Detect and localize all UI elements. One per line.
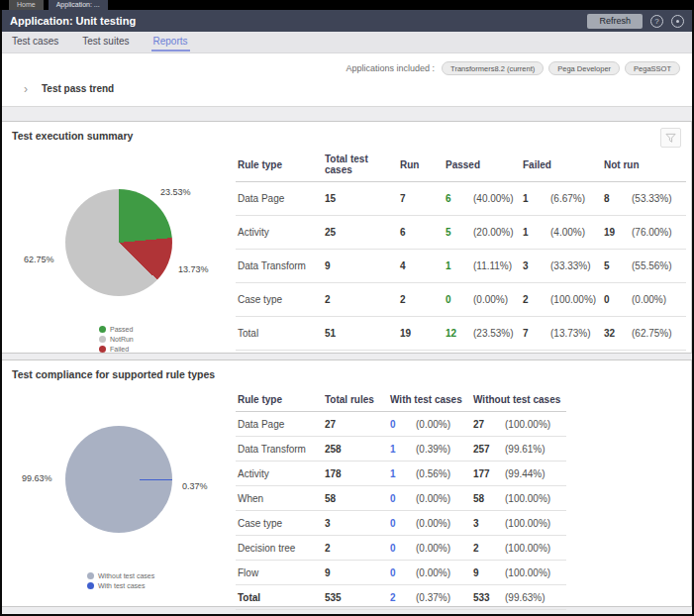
legend-item-failed: Failed (99, 346, 134, 353)
cell-passed: 6 (444, 182, 471, 216)
cell-total-rules: 2 (323, 536, 388, 561)
cell-run: 19 (398, 317, 444, 351)
cell-rule-type: Data Page (236, 182, 323, 216)
cell-without: 177 (471, 462, 503, 486)
cell-not-run-pct: (55.56%) (630, 250, 686, 283)
table-row: Data Page 27 0 (0.00%) 27 (100.00%) (236, 412, 566, 437)
with-test-cases-link[interactable]: 0 (390, 543, 396, 554)
cell-without: 58 (471, 486, 503, 511)
application-badge: Transformers8.2 (current) (442, 61, 544, 75)
help-icon[interactable]: ? (650, 15, 663, 28)
legend-item-with-test-cases: With test cases (87, 582, 154, 589)
cell-passed: 0 (444, 283, 471, 317)
col-run: Run (398, 150, 444, 182)
with-test-cases-link[interactable]: 0 (390, 493, 396, 504)
cell-with-pct: (0.00%) (414, 511, 471, 536)
table-row: Case type 2 2 0 (0.00%) 2 (100.00%) 0 (0… (236, 283, 686, 317)
table-row: Case type 3 0 (0.00%) 3 (100.00%) (236, 511, 566, 536)
compliance-pie-chart[interactable] (65, 426, 172, 533)
cell-not-run: 8 (602, 182, 630, 216)
cell-rule-type: Activity (236, 216, 323, 250)
cell-total: 51 (323, 317, 398, 351)
test-compliance-section: Test compliance for supported rule types… (2, 359, 692, 607)
tab-test-suites[interactable]: Test suites (80, 33, 131, 51)
table-row: Decision tree 2 0 (0.00%) 2 (100.00%) (236, 536, 566, 561)
cell-failed: 3 (521, 250, 548, 283)
col-without-test-cases: Without test cases (471, 390, 566, 412)
section-gap (2, 107, 692, 121)
col-not-run: Not run (602, 150, 686, 182)
cell-rule-type: Flow (236, 561, 323, 585)
cell-not-run-pct: (76.00%) (630, 216, 686, 250)
cell-run: 7 (398, 182, 444, 216)
cell-rule-type: Total (236, 585, 323, 610)
cell-total-rules: 535 (323, 585, 388, 610)
cell-total: 15 (323, 182, 398, 216)
cell-total: 9 (323, 250, 398, 283)
with-test-cases-link[interactable]: 0 (390, 567, 396, 578)
report-content: Applications included : Transformers8.2 … (2, 53, 692, 614)
legend-swatch-notrun (99, 336, 106, 343)
section-title: Test compliance for supported rule types (2, 360, 691, 382)
table-header-row: Rule type Total test cases Run Passed Fa… (236, 150, 686, 182)
cell-total-rules: 258 (323, 437, 388, 462)
cell-total-rules: 3 (323, 511, 388, 536)
tab-bar: Test cases Test suites Reports (2, 32, 692, 53)
dot-glyph (676, 20, 679, 23)
cell-total: 2 (323, 283, 398, 317)
cell-passed-pct: (11.11%) (471, 250, 521, 283)
cell-rule-type: Activity (236, 462, 323, 486)
filter-button[interactable] (660, 128, 681, 148)
cell-failed-pct: (13.73%) (548, 317, 602, 351)
tab-reports[interactable]: Reports (151, 33, 190, 51)
tab-test-cases[interactable]: Test cases (10, 33, 60, 51)
pie-label-not-run: 62.75% (24, 255, 54, 264)
application-window: Home Application: ... Application: Unit … (0, 0, 694, 616)
cell-without-pct: (99.61%) (503, 437, 566, 462)
funnel-icon (665, 133, 676, 144)
col-rule-type: Rule type (236, 390, 323, 412)
refresh-button[interactable]: Refresh (587, 14, 643, 29)
with-test-cases-link[interactable]: 1 (390, 444, 396, 455)
strip-tab-home[interactable]: Home (9, 0, 44, 10)
cell-without: 27 (471, 412, 503, 437)
pie-label-without: 99.63% (22, 473, 52, 483)
table-row: When 58 0 (0.00%) 58 (100.00%) (236, 486, 566, 511)
cell-passed: 12 (444, 317, 471, 351)
cell-without-pct: (100.00%) (503, 412, 566, 437)
legend-swatch-passed (99, 326, 106, 333)
with-test-cases-link[interactable]: 0 (390, 518, 396, 529)
with-test-cases-link[interactable]: 2 (390, 592, 396, 603)
cell-total-rules: 178 (323, 462, 388, 486)
cell-failed: 7 (521, 317, 548, 351)
test-execution-summary-section: Test execution summary 23.53% 13.73% 62.… (2, 121, 692, 354)
legend-label: Failed (110, 346, 129, 353)
test-pass-trend-expander[interactable]: › Test pass trend (2, 77, 692, 94)
compliance-table: Rule type Total rules With test cases Wi… (236, 390, 566, 610)
cell-without: 533 (471, 585, 503, 610)
legend-label: Passed (110, 326, 133, 333)
circle-dot-icon[interactable] (671, 15, 684, 28)
cell-failed: 2 (521, 283, 548, 317)
table-total-row: Total 535 2 (0.37%) 533 (99.63%) (236, 585, 566, 610)
execution-pie-legend: Passed NotRun Failed (99, 326, 134, 353)
table-row: Activity 178 1 (0.56%) 177 (99.44%) (236, 462, 566, 486)
cell-rule-type: Total (236, 317, 323, 351)
cell-rule-type: Case type (236, 283, 323, 317)
with-test-cases-link[interactable]: 0 (390, 419, 396, 430)
pie-label-failed: 13.73% (178, 264, 209, 274)
cell-rule-type: Case type (236, 511, 323, 536)
cell-without-pct: (100.00%) (503, 511, 566, 536)
chevron-right-icon: › (24, 84, 28, 94)
with-test-cases-link[interactable]: 1 (390, 468, 396, 479)
applications-included-row: Applications included : Transformers8.2 … (2, 53, 692, 77)
cell-not-run-pct: (0.00%) (630, 283, 686, 317)
execution-pie-chart[interactable] (65, 189, 172, 296)
cell-failed-pct: (4.00%) (548, 216, 602, 250)
cell-total-rules: 27 (323, 412, 388, 437)
legend-item-notrun: NotRun (99, 336, 134, 343)
cell-total-rules: 58 (323, 486, 388, 511)
window-body: Application: Unit testing Refresh ? Test… (2, 10, 692, 614)
cell-with-pct: (0.56%) (414, 462, 471, 486)
strip-tab-application[interactable]: Application: ... (49, 0, 108, 10)
